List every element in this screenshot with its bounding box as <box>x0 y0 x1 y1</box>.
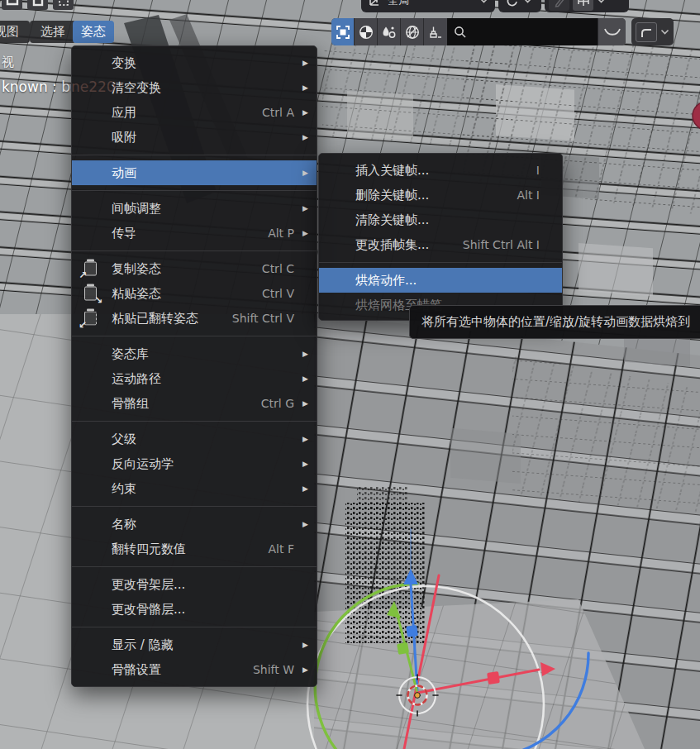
active-bone-overlay-occluded: ne220 <box>71 79 116 95</box>
snapping-controls <box>545 0 629 12</box>
orientation-axes-icon <box>368 0 383 7</box>
submenu-arrow-icon: ▶ <box>299 83 308 92</box>
paste-pose-icon <box>84 287 97 301</box>
submenu-arrow-icon: ▶ <box>299 666 308 674</box>
menu-item[interactable]: 骨骼组 Ctrl G ▶ <box>72 391 317 416</box>
falloff-type-dropdown[interactable] <box>631 18 674 45</box>
transform-orientation-dropdown[interactable]: 全局 <box>361 0 495 12</box>
menu-separator <box>319 262 562 263</box>
smooth-falloff-icon <box>603 26 621 39</box>
submenu-arrow-icon: ▶ <box>299 641 308 649</box>
menu-item[interactable]: 吸附 ▶ <box>72 125 317 150</box>
submenu-arrow-icon: ▶ <box>299 169 308 177</box>
menu-item[interactable]: 运动路径 ▶ <box>72 366 317 391</box>
submenu-arrow-icon: ▶ <box>299 133 308 141</box>
submenu-arrow-icon: ▶ <box>299 59 308 67</box>
menu-item[interactable]: 粘贴已翻转姿态 Shift Ctrl V ▶ <box>72 306 317 331</box>
menu-item[interactable]: 反向运动学 ▶ <box>72 451 317 476</box>
menu-item[interactable]: 动画 ▶ <box>72 160 317 185</box>
pivot-point-dropdown[interactable] <box>498 0 541 12</box>
menu-item[interactable]: 骨骼设置 Shift W ▶ <box>72 657 317 682</box>
menu-separator <box>72 155 317 155</box>
tool-settings-strip <box>331 18 626 45</box>
tool-search-box[interactable] <box>447 18 598 45</box>
blender-window: 全局 视图 选择 姿态 <box>0 0 700 749</box>
menu-separator <box>72 421 317 422</box>
submenu-arrow-icon: ▶ <box>299 350 308 358</box>
menu-item[interactable]: 更改骨骼层... ▶ <box>72 597 317 622</box>
globe-icon <box>405 25 420 40</box>
chevron-down-icon <box>523 0 532 4</box>
submenu-arrow-icon: ▶ <box>299 484 308 493</box>
submenu-arrow-icon: ▶ <box>299 460 308 468</box>
menu-item[interactable]: 显示 / 隐藏 ▶ <box>72 632 317 657</box>
menu-item[interactable]: 插入关键帧... I ▶ <box>319 158 562 183</box>
shading-sphere-button[interactable] <box>355 18 378 45</box>
brush-icon <box>428 25 444 40</box>
shading-sphere-icon <box>359 25 374 40</box>
menu-separator <box>72 336 317 336</box>
menu-item[interactable]: 粘贴姿态 Ctrl V ▶ <box>72 281 317 306</box>
annotate-pencil-icon[interactable] <box>549 0 569 11</box>
search-icon <box>454 26 467 39</box>
menu-item[interactable]: 传导 Alt P ▶ <box>72 221 317 246</box>
paint-drops-icon <box>381 25 397 40</box>
submenu-arrow-icon: ▶ <box>299 435 308 443</box>
menu-item[interactable]: 复制姿态 Ctrl C ▶ <box>72 256 317 281</box>
orientation-label: 全局 <box>388 0 409 8</box>
square-select-icon[interactable] <box>27 0 48 10</box>
brush-button[interactable] <box>424 18 447 45</box>
submenu-arrow-icon: ▶ <box>299 204 308 212</box>
menu-separator <box>72 566 317 567</box>
menu-item[interactable]: 更改插帧集... Shift Ctrl Alt I ▶ <box>319 232 562 257</box>
submenu-arrow-icon: ▶ <box>299 108 308 117</box>
tooltip: 将所有选中物体的位置/缩放/旋转动画数据烘焙到 <box>409 305 700 339</box>
view-name-overlay: 视 <box>2 55 14 70</box>
tool-search-input[interactable] <box>472 25 588 39</box>
submenu-arrow-icon: ▶ <box>299 520 308 528</box>
chevron-down-icon <box>479 0 488 4</box>
globe-button[interactable] <box>401 18 424 45</box>
active-box-tool-button[interactable] <box>331 18 355 45</box>
menu-item[interactable]: 间帧调整 ▶ <box>72 196 317 221</box>
dashed-square-select-icon[interactable] <box>53 0 74 10</box>
menu-item[interactable]: 翻转四元数值 Alt F ▶ <box>72 537 317 561</box>
submenu-arrow-icon: ▶ <box>299 374 308 383</box>
snap-increment-icon[interactable] <box>573 0 593 11</box>
paste-flipped-pose-icon <box>84 312 97 326</box>
menu-tab-view[interactable]: 视图 <box>0 21 30 43</box>
submenu-arrow-icon: ▶ <box>299 229 308 237</box>
menu-tab-pose[interactable]: 姿态 <box>73 21 114 43</box>
rounded-corner-icon <box>636 22 657 42</box>
tooltip-text: 将所有选中物体的位置/缩放/旋转动画数据烘焙到 <box>421 314 690 329</box>
menu-item[interactable]: 父级 ▶ <box>72 427 317 451</box>
menu-item[interactable]: 更改骨架层... ▶ <box>72 572 317 597</box>
chevron-down-icon <box>660 29 669 36</box>
copy-pose-icon <box>84 262 97 276</box>
menu-item[interactable]: 约束 ▶ <box>72 476 317 501</box>
pose-menu-panel: 变换 ▶ 清空变换 ▶ 应用 Ctrl A ▶ 吸附 <box>71 45 317 687</box>
menu-item[interactable]: 应用 Ctrl A ▶ <box>72 100 317 125</box>
menu-item[interactable]: 变换 ▶ <box>72 50 317 75</box>
menu-separator <box>72 627 317 627</box>
menu-item[interactable]: 烘焙动作... ▶ <box>319 268 562 293</box>
paint-drops-button[interactable] <box>378 18 401 45</box>
menu-item[interactable]: 名称 ▶ <box>72 512 317 537</box>
menu-item[interactable]: 删除关键帧... Alt I ▶ <box>319 183 562 208</box>
menu-separator <box>72 190 317 191</box>
menu-item[interactable]: 清除关键帧... ▶ <box>319 208 562 232</box>
menu-separator <box>72 250 317 251</box>
submenu-arrow-icon: ▶ <box>299 399 308 408</box>
active-box-tool-icon <box>336 25 350 40</box>
menu-separator <box>72 506 317 507</box>
chevron-down-icon <box>597 0 606 4</box>
smooth-falloff-button[interactable] <box>598 18 626 45</box>
select-mode-buttons <box>2 0 74 10</box>
rotate-pivot-icon <box>505 0 518 7</box>
menu-tab-select[interactable]: 选择 <box>30 21 76 43</box>
menu-item[interactable]: 姿态库 ▶ <box>72 341 317 366</box>
marquee-select-icon[interactable] <box>2 0 22 10</box>
animation-submenu-panel: 插入关键帧... I ▶ 删除关键帧... Alt I ▶ 清除关键帧... ▶… <box>318 153 563 321</box>
active-bone-overlay: known : bo <box>2 79 79 95</box>
